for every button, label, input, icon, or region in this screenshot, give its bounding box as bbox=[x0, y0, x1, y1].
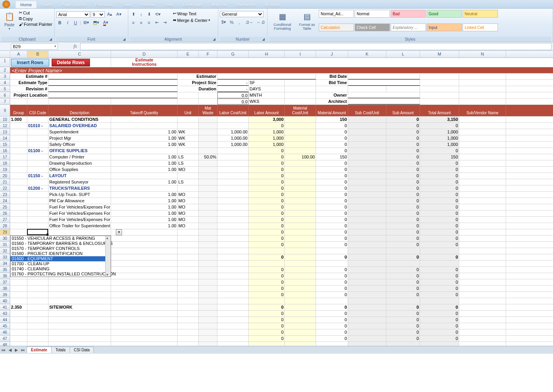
cell[interactable] bbox=[178, 261, 199, 266]
cell[interactable] bbox=[10, 123, 27, 129]
cell[interactable]: 0 bbox=[420, 123, 459, 129]
cell[interactable] bbox=[420, 99, 459, 104]
row-header[interactable]: 22 bbox=[0, 185, 10, 191]
cell[interactable]: WK bbox=[178, 135, 199, 141]
cell[interactable]: 0 bbox=[420, 179, 459, 185]
cell[interactable] bbox=[111, 286, 178, 291]
cell[interactable] bbox=[10, 279, 27, 285]
cell[interactable]: 1.00 bbox=[111, 217, 178, 223]
cell[interactable]: SALARIED OVERHEAD bbox=[48, 123, 111, 129]
cell[interactable]: 0 bbox=[316, 323, 348, 329]
cell[interactable] bbox=[111, 236, 178, 241]
cell[interactable] bbox=[348, 336, 386, 342]
row-header[interactable]: 21 bbox=[0, 179, 10, 185]
cell[interactable] bbox=[217, 279, 249, 285]
cell[interactable]: 0 bbox=[386, 273, 420, 279]
cell[interactable] bbox=[10, 210, 27, 216]
cell[interactable]: 0 bbox=[249, 329, 285, 335]
cell[interactable] bbox=[10, 204, 27, 210]
cell[interactable] bbox=[10, 173, 27, 179]
cell[interactable]: MO bbox=[178, 204, 199, 210]
format-as-table-button[interactable]: ▤Format as Table bbox=[296, 9, 318, 37]
cell[interactable]: 0 bbox=[386, 167, 420, 173]
cell[interactable] bbox=[27, 135, 48, 141]
cell[interactable] bbox=[10, 142, 27, 147]
cell[interactable] bbox=[249, 342, 285, 346]
cell[interactable]: 0 bbox=[249, 242, 285, 248]
cell[interactable]: 0 bbox=[386, 142, 420, 147]
cell[interactable] bbox=[217, 117, 249, 122]
cell[interactable]: 0 bbox=[420, 198, 459, 204]
cell[interactable]: 0 bbox=[249, 254, 285, 260]
cell[interactable] bbox=[285, 304, 316, 310]
cell[interactable] bbox=[348, 267, 386, 273]
cell[interactable]: 1,000 bbox=[420, 135, 459, 141]
cell[interactable] bbox=[217, 179, 249, 185]
cell[interactable] bbox=[348, 185, 386, 191]
cell[interactable] bbox=[348, 80, 420, 86]
cell[interactable]: Registered Surveyor bbox=[48, 179, 111, 185]
cell[interactable]: Fuel For Vehicles/Expenses For SUPT bbox=[48, 204, 111, 210]
cell[interactable] bbox=[348, 99, 420, 104]
cell[interactable] bbox=[217, 248, 249, 254]
cell[interactable] bbox=[459, 329, 506, 335]
cell[interactable] bbox=[285, 173, 316, 179]
cell[interactable]: 0 bbox=[316, 173, 348, 179]
cell[interactable] bbox=[10, 99, 27, 104]
sheet-nav-last[interactable]: ⏭ bbox=[20, 348, 27, 352]
ribbon-tab-view[interactable]: View bbox=[160, 1, 178, 8]
cell[interactable] bbox=[217, 210, 249, 216]
cell[interactable]: 0 bbox=[386, 217, 420, 223]
dropdown-option[interactable]: 01700 - CLEAN-UP bbox=[11, 261, 111, 266]
cell[interactable] bbox=[199, 342, 217, 346]
column-header[interactable]: D bbox=[111, 51, 178, 58]
row-header[interactable]: 32 bbox=[0, 248, 10, 254]
cell[interactable]: 0 bbox=[386, 123, 420, 129]
cell[interactable]: 0 bbox=[386, 179, 420, 185]
fill-color-button[interactable]: ⬒▾ bbox=[92, 19, 101, 26]
cell[interactable] bbox=[285, 86, 316, 92]
cell[interactable]: - bbox=[217, 80, 249, 86]
cell[interactable] bbox=[217, 304, 249, 310]
cell[interactable]: 0 bbox=[249, 123, 285, 129]
cell[interactable]: 0 bbox=[420, 185, 459, 191]
cell[interactable] bbox=[459, 217, 506, 223]
cell[interactable] bbox=[459, 254, 506, 260]
style-cell[interactable]: Check Cell bbox=[355, 23, 390, 31]
cell[interactable] bbox=[178, 229, 199, 235]
cell[interactable]: 1.00 bbox=[111, 160, 178, 166]
cell[interactable] bbox=[10, 198, 27, 204]
cell[interactable] bbox=[386, 86, 420, 92]
cell[interactable] bbox=[459, 167, 506, 173]
cell[interactable] bbox=[217, 342, 249, 346]
cell[interactable] bbox=[111, 304, 178, 310]
cell[interactable] bbox=[285, 336, 316, 342]
cell[interactable] bbox=[459, 142, 506, 147]
cell[interactable] bbox=[348, 273, 386, 279]
cell[interactable] bbox=[459, 80, 506, 86]
cell[interactable] bbox=[459, 148, 506, 154]
cell[interactable] bbox=[48, 342, 111, 346]
cell[interactable] bbox=[285, 298, 316, 304]
cell[interactable] bbox=[27, 223, 48, 229]
cell[interactable] bbox=[178, 254, 199, 260]
cell[interactable]: 0 bbox=[249, 192, 285, 198]
cell[interactable] bbox=[48, 311, 111, 316]
cell[interactable]: 0 bbox=[420, 336, 459, 342]
cell[interactable] bbox=[285, 342, 316, 346]
row-header[interactable]: 19 bbox=[0, 167, 10, 173]
cell[interactable] bbox=[420, 342, 459, 346]
dropdown-option[interactable]: 01580 - PROJECT IDENTIFICATION bbox=[11, 251, 111, 256]
cell[interactable] bbox=[199, 185, 217, 191]
cell[interactable] bbox=[285, 179, 316, 185]
cell[interactable]: 0 bbox=[420, 292, 459, 298]
cell[interactable] bbox=[199, 204, 217, 210]
cell[interactable]: Fuel For Vehicles/Expenses For PM bbox=[48, 210, 111, 216]
cell[interactable] bbox=[10, 329, 27, 335]
column-header[interactable]: L bbox=[386, 51, 420, 58]
cell[interactable] bbox=[111, 279, 178, 285]
cell[interactable] bbox=[111, 261, 178, 266]
cell[interactable] bbox=[199, 336, 217, 342]
cell[interactable] bbox=[459, 336, 506, 342]
cell[interactable]: 1,000.00 bbox=[217, 129, 249, 135]
